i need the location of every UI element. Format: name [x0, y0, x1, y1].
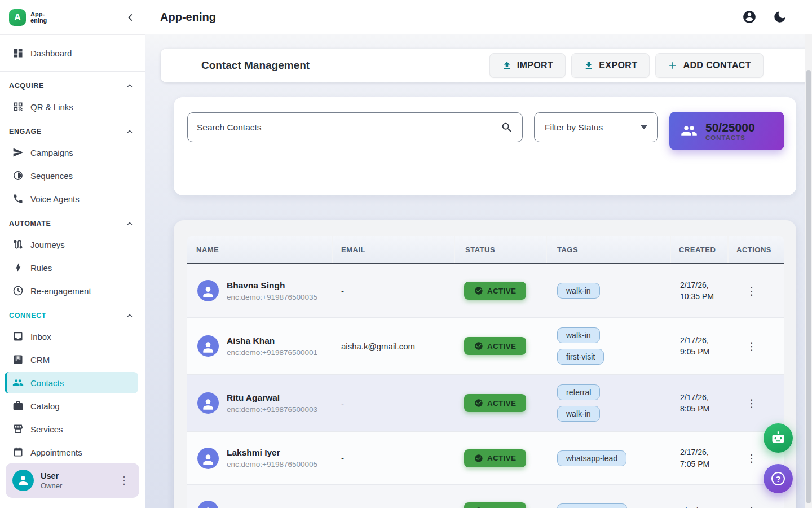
user-menu-icon[interactable]: ⋮ [116, 473, 133, 488]
contact-phone: enc:demo:+919876500035 [227, 293, 317, 301]
help-fab[interactable]: ? [764, 464, 793, 493]
scrollbar-thumb[interactable] [806, 70, 811, 503]
brand-name: App- ening [30, 11, 47, 24]
tags-cell: campaign-lead [547, 494, 671, 508]
created-line: 8:05 PM [680, 403, 729, 414]
person-icon [201, 505, 215, 508]
status-text: ACTIVE [487, 342, 516, 351]
column-header-created: CREATED [671, 236, 729, 263]
sidebar-item-journeys[interactable]: Journeys [5, 234, 138, 255]
sidebar-item-label: Services [30, 424, 63, 434]
actions-cell: ⋮ [729, 503, 784, 508]
sidebar-item-label: Re-engagement [30, 286, 91, 296]
created-line: 2/17/26, [680, 446, 729, 458]
sidebar-item-label: Campaigns [30, 148, 73, 157]
clock-icon [12, 285, 24, 296]
sidebar-item-label: Rules [30, 263, 52, 273]
sidebar-item-voice-agents[interactable]: Voice Agents [5, 188, 138, 209]
tag-pill: referral [557, 384, 600, 400]
sidebar-item-catalog[interactable]: Catalog [5, 395, 138, 417]
contact-name: Jyoti Rawat [227, 506, 275, 508]
main-content: Contact Management IMPORTEXPORTADD CONTA… [145, 34, 812, 508]
user-role: Owner [41, 481, 62, 490]
table-row[interactable]: Bhavna Singhenc:demo:+919876500035-ACTIV… [187, 264, 784, 317]
user-card[interactable]: User Owner ⋮ [6, 463, 139, 498]
page-scrollbar[interactable] [805, 34, 812, 508]
table-row[interactable]: Lakshmi Iyerenc:demo:+919876500005-ACTIV… [187, 431, 784, 484]
status-text: ACTIVE [487, 399, 516, 408]
sidebar-item-dashboard[interactable]: Dashboard [5, 42, 138, 64]
sidebar-item-sequences[interactable]: Sequences [5, 165, 138, 186]
tags-cell: referralwalk-in [547, 375, 671, 431]
created-cell: 2/17/26,10:35 PM [671, 279, 729, 303]
created-line: 9:05 PM [680, 346, 729, 357]
contact-name-cell: Ritu Agarwalenc:demo:+919876500003 [187, 392, 333, 414]
button-label: IMPORT [517, 60, 554, 71]
status-filter-label: Filter by Status [545, 122, 603, 133]
sidebar-item-campaigns[interactable]: Campaigns [5, 142, 138, 163]
row-menu-icon[interactable]: ⋮ [742, 339, 762, 354]
created-cell: 2/17/26,7:05 PM [671, 446, 729, 470]
row-menu-icon[interactable]: ⋮ [742, 283, 762, 299]
person-icon [201, 397, 215, 411]
sidebar-section-engage[interactable]: ENGAGE [0, 125, 145, 138]
tags-cell: walk-in [547, 273, 671, 308]
tags-cell: walk-infirst-visit [547, 318, 671, 374]
check-circle-icon [474, 454, 483, 463]
sidebar-item-re-engagement[interactable]: Re-engagement [5, 280, 138, 301]
export-button[interactable]: EXPORT [571, 53, 650, 78]
sidebar-item-label: CRM [30, 355, 50, 365]
sidebar-item-services[interactable]: Services [5, 418, 138, 440]
sidebar-collapse-icon[interactable] [125, 12, 136, 23]
dark-mode-icon[interactable] [773, 10, 787, 24]
avatar [197, 501, 219, 508]
import-button[interactable]: IMPORT [489, 53, 566, 78]
sidebar-divider [0, 71, 145, 72]
search-input[interactable]: Search Contacts [187, 112, 523, 142]
user-name: User [41, 471, 62, 480]
sidebar-item-label: Inbox [30, 332, 51, 341]
table-row[interactable]: Jyoti RawatACTIVEcampaign-lead2/17/26,⋮ [187, 484, 784, 508]
sidebar-section-acquire[interactable]: ACQUIRE [0, 80, 145, 92]
created-line: 2/17/26, [680, 335, 729, 346]
brand-name-line2: ening [30, 17, 47, 24]
status-cell: ACTIVE [455, 337, 547, 355]
search-icon[interactable] [501, 121, 513, 134]
route-icon [12, 239, 24, 250]
check-circle-icon [474, 398, 483, 408]
account-icon[interactable] [742, 10, 757, 24]
contact-name-cell: Aisha Khanenc:demo:+919876500001 [187, 335, 333, 357]
actions-cell: ⋮ [729, 450, 784, 466]
person-icon [16, 474, 30, 487]
plus-icon [668, 60, 678, 71]
status-text: ACTIVE [487, 287, 516, 295]
add-contact-button[interactable]: ADD CONTACT [655, 53, 764, 78]
tag-pill: walk-in [557, 283, 600, 299]
sidebar-item-crm[interactable]: CRM [5, 349, 138, 370]
table-row[interactable]: Aisha Khanenc:demo:+919876500001aisha.k@… [187, 317, 784, 374]
sidebar-item-rules[interactable]: Rules [5, 257, 138, 278]
table-row[interactable]: Ritu Agarwalenc:demo:+919876500003-ACTIV… [187, 374, 784, 431]
chatbot-fab[interactable] [764, 423, 793, 453]
chevron-up-icon [126, 220, 134, 227]
sidebar-user-block: User Owner ⋮ [0, 458, 145, 508]
contact-name: Aisha Khan [227, 336, 317, 346]
status-filter-select[interactable]: Filter by Status [534, 112, 658, 142]
status-badge: ACTIVE [464, 394, 526, 412]
contacts-count-badge: 50/25000 CONTACTS [669, 112, 784, 150]
sidebar-section-connect[interactable]: CONNECT [0, 309, 145, 322]
dashboard-icon [12, 47, 24, 59]
sidebar-item-label: Voice Agents [30, 194, 80, 204]
status-text: ACTIVE [487, 454, 516, 462]
row-menu-icon[interactable]: ⋮ [742, 396, 762, 411]
tag-pill: first-visit [557, 349, 604, 365]
app-window: A App- ening Dashboard ACQUIREQR & Links… [0, 0, 812, 508]
sidebar-item-qr-links[interactable]: QR & Links [5, 96, 138, 117]
sidebar-section-automate[interactable]: AUTOMATE [0, 217, 145, 230]
row-menu-icon[interactable]: ⋮ [742, 503, 762, 508]
calendar-icon [12, 446, 24, 458]
row-menu-icon[interactable]: ⋮ [742, 450, 762, 466]
section-label-text: CONNECT [9, 312, 46, 319]
sidebar-item-contacts[interactable]: Contacts [5, 372, 138, 393]
sidebar-item-inbox[interactable]: Inbox [5, 326, 138, 347]
